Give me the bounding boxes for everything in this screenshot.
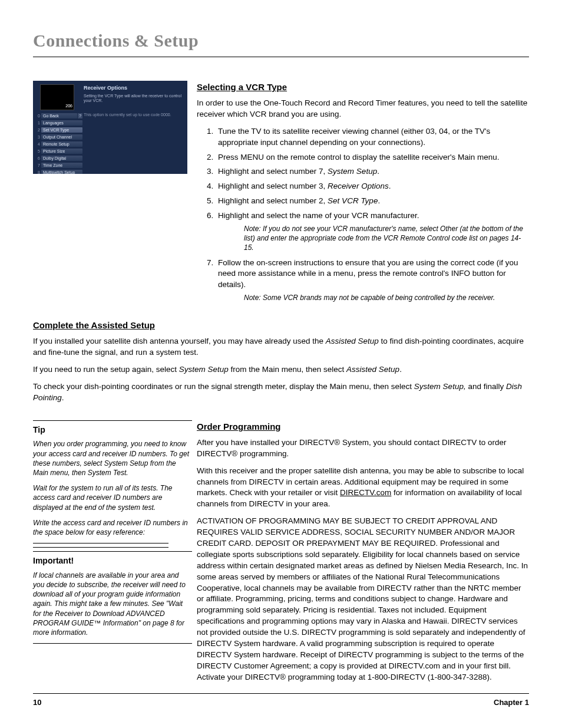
vcr-heading: Selecting a VCR Type bbox=[197, 81, 529, 93]
write-line-2 bbox=[33, 547, 168, 548]
important-title: Important! bbox=[33, 555, 192, 567]
vcr-note-2: Note: Some VCR brands may not be capable… bbox=[244, 293, 529, 302]
vcr-step-2: Press MENU on the remote control to disp… bbox=[216, 152, 529, 163]
vcr-steps: Tune the TV to its satellite receiver vi… bbox=[197, 126, 529, 303]
order-p3: ACTIVATION OF PROGRAMMING MAY BE SUBJECT… bbox=[197, 516, 529, 683]
vcr-step-4: Highlight and select number 3, Receiver … bbox=[216, 181, 529, 192]
order-heading: Order Programming bbox=[197, 420, 529, 433]
page-title: Connections & Setup bbox=[33, 28, 529, 53]
vcr-step-3: Highlight and select number 7, System Se… bbox=[216, 166, 529, 177]
vcr-step-5: Highlight and select number 2, Set VCR T… bbox=[216, 196, 529, 207]
important-p1: If local channels are available in your … bbox=[33, 571, 192, 637]
assisted-p2: If you need to run the setup again, sele… bbox=[33, 364, 529, 375]
tip-block: Tip When you order programming, you need… bbox=[33, 420, 192, 644]
vcr-note-1: Note: If you do not see your VCR manufac… bbox=[244, 224, 529, 253]
title-rule bbox=[33, 57, 529, 57]
order-p1: After you have installed your DIRECTV® S… bbox=[197, 437, 529, 460]
chapter-label: Chapter 1 bbox=[494, 697, 529, 708]
vcr-intro: In order to use the One-Touch Record and… bbox=[197, 98, 529, 120]
tip-p1: When you order programming, you need to … bbox=[33, 439, 192, 477]
tip-p2: Wait for the system to run all of its te… bbox=[33, 483, 192, 512]
assisted-p3: To check your dish-pointing coordinates … bbox=[33, 381, 529, 404]
vcr-step-1: Tune the TV to its satellite receiver vi… bbox=[216, 126, 529, 149]
assisted-p1: If you installed your satellite dish ant… bbox=[33, 336, 529, 358]
receiver-options-screenshot: Receiver Options Setting the VCR Type wi… bbox=[33, 81, 187, 174]
tip-title: Tip bbox=[33, 424, 192, 436]
write-line-1 bbox=[33, 543, 168, 543]
vcr-step-6: Highlight and select the name of your VC… bbox=[216, 210, 529, 252]
page-number: 10 bbox=[33, 697, 41, 708]
page-footer: 10 Chapter 1 bbox=[33, 693, 529, 708]
vcr-step-7: Follow the on-screen instructions to ens… bbox=[216, 258, 529, 303]
directv-link[interactable]: DIRECTV.com bbox=[340, 488, 391, 497]
order-p2: With this receiver and the proper satell… bbox=[197, 466, 529, 510]
tip-p3: Write the access card and receiver ID nu… bbox=[33, 518, 192, 537]
assisted-heading: Complete the Assisted Setup bbox=[33, 319, 529, 331]
